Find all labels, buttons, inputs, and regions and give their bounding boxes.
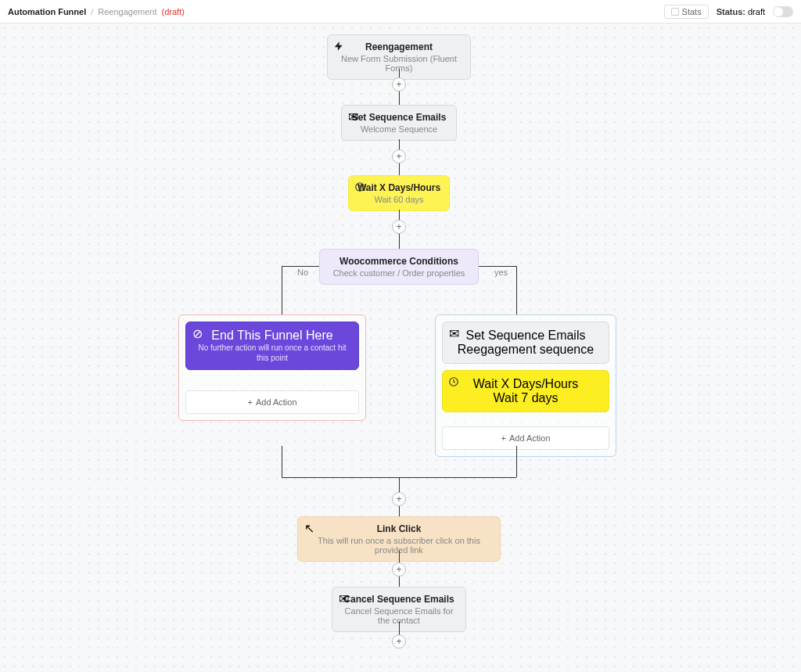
cancel-title: Cancel Sequence Emails bbox=[340, 594, 458, 605]
status-toggle[interactable] bbox=[773, 6, 793, 17]
cond-title: Woocommerce Conditions bbox=[328, 256, 470, 267]
yes-wait-node[interactable]: Wait X Days/Hours Wait 7 days bbox=[442, 370, 609, 412]
add-step-button[interactable]: + bbox=[392, 492, 406, 506]
cursor-icon: ↖ bbox=[303, 522, 315, 534]
status-label: Status: draft bbox=[717, 7, 765, 16]
add-action-button[interactable]: + Add Action bbox=[442, 426, 609, 450]
add-action-label: Add Action bbox=[509, 433, 551, 443]
draft-tag: (draft) bbox=[162, 7, 185, 16]
yes-branch-container: ✉ Set Sequence Emails Reegagement sequen… bbox=[435, 314, 616, 457]
breadcrumb: Automation Funnel / Reengagement (draft) bbox=[8, 7, 185, 16]
connector bbox=[479, 266, 516, 267]
add-step-button[interactable]: + bbox=[392, 77, 406, 92]
yes-wait-title: Wait X Days/Hours bbox=[451, 377, 601, 391]
cond-sub: Check customer / Order properties bbox=[328, 268, 470, 278]
connector bbox=[282, 266, 319, 267]
add-step-button[interactable]: + bbox=[392, 562, 406, 577]
seq1-sub: Welcome Sequence bbox=[350, 124, 448, 134]
cancel-email-icon: ✉ bbox=[337, 592, 350, 605]
connector bbox=[282, 266, 282, 314]
yes-seq-sub: Reegagement sequence bbox=[451, 343, 601, 357]
end-funnel-node[interactable]: ⊘ End This Funnel Here No further action… bbox=[185, 322, 359, 370]
add-action-button[interactable]: + Add Action bbox=[185, 390, 359, 414]
clock-icon bbox=[354, 181, 366, 193]
stop-icon: ⊘ bbox=[191, 327, 203, 340]
wait1-title: Wait X Days/Hours bbox=[357, 182, 441, 193]
plus-icon: + bbox=[247, 397, 252, 407]
seq1-title: Set Sequence Emails bbox=[350, 112, 448, 123]
funnel-canvas[interactable]: Reengagement New Form Submission (Fluent… bbox=[0, 23, 801, 672]
add-step-button[interactable]: + bbox=[392, 634, 406, 649]
stats-checkbox-icon bbox=[671, 8, 679, 16]
plus-icon: + bbox=[501, 433, 505, 443]
email-icon: ✉ bbox=[447, 327, 460, 340]
end-title: End This Funnel Here bbox=[194, 329, 350, 343]
breadcrumb-root[interactable]: Automation Funnel bbox=[8, 7, 86, 16]
trigger-title: Reengagement bbox=[336, 41, 462, 52]
end-sub: No further action will run once a contac… bbox=[194, 343, 350, 363]
yes-label: yes bbox=[494, 268, 508, 277]
wait1-sub: Wait 60 days bbox=[357, 195, 441, 204]
stats-label: Stats bbox=[682, 7, 702, 16]
no-label: No bbox=[297, 268, 308, 277]
yes-wait-sub: Wait 7 days bbox=[451, 391, 601, 405]
wait-node[interactable]: Wait X Days/Hours Wait 60 days bbox=[348, 175, 450, 211]
connector bbox=[282, 446, 282, 477]
connector bbox=[516, 266, 517, 314]
breadcrumb-sep: / bbox=[91, 7, 93, 16]
stats-toggle-button[interactable]: Stats bbox=[664, 5, 709, 19]
email-icon: ✉ bbox=[347, 110, 359, 123]
add-action-label: Add Action bbox=[256, 397, 297, 407]
add-step-button[interactable]: + bbox=[392, 149, 406, 164]
connector bbox=[516, 446, 517, 477]
yes-seq-title: Set Sequence Emails bbox=[451, 329, 601, 343]
link-title: Link Click bbox=[306, 523, 492, 534]
bolt-icon bbox=[332, 40, 345, 52]
sequence-node[interactable]: ✉ Set Sequence Emails Welcome Sequence bbox=[341, 105, 457, 141]
funnel-name: Reengagement bbox=[98, 7, 156, 16]
clock-icon bbox=[447, 376, 460, 388]
yes-seq-node[interactable]: ✉ Set Sequence Emails Reegagement sequen… bbox=[442, 322, 609, 364]
no-branch-container: ⊘ End This Funnel Here No further action… bbox=[178, 314, 366, 421]
add-step-button[interactable]: + bbox=[392, 220, 406, 234]
condition-node[interactable]: Woocommerce Conditions Check customer / … bbox=[319, 249, 479, 285]
